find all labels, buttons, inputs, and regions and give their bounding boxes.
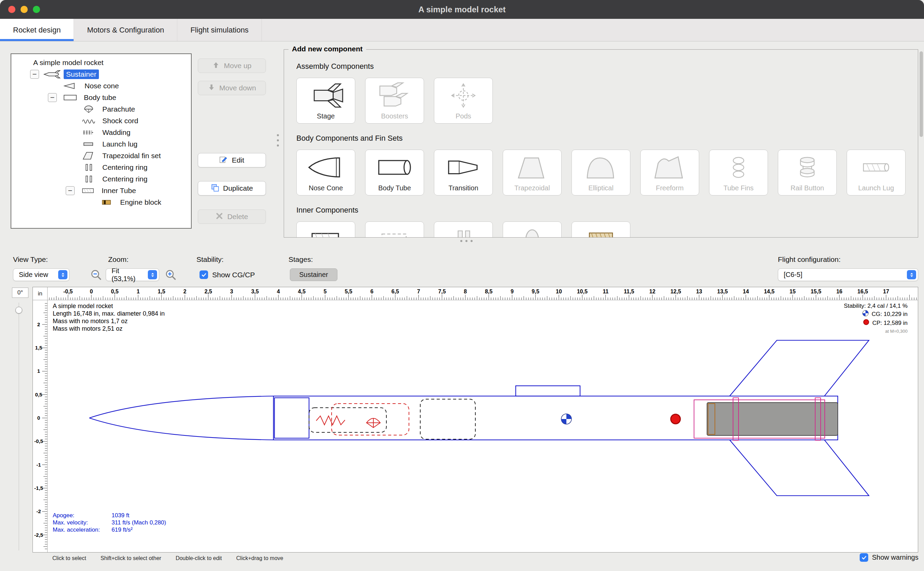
- bulkhead-icon: [503, 225, 561, 238]
- flight-stat-row: Apogee:1039 ft: [53, 512, 166, 519]
- view-type-select[interactable]: Side view: [13, 269, 69, 281]
- tree-item-label: Trapezoidal fin set: [100, 151, 163, 160]
- component-tree: A simple model rocket−SustainerNose cone…: [11, 53, 192, 229]
- nose_cone-icon: [297, 153, 355, 182]
- show-cgcp-checkbox[interactable]: Show CG/CP: [200, 270, 255, 279]
- pods-icon: [434, 81, 493, 110]
- tree-item-centering-ring[interactable]: Centering ring: [11, 162, 191, 173]
- svg-text:1: 1: [37, 368, 40, 374]
- free_fin-icon: [641, 153, 699, 182]
- tree-item-sustainer[interactable]: −Sustainer: [11, 68, 191, 80]
- hint-text: Shift+click to select other: [101, 555, 161, 562]
- svg-text:10: 10: [556, 289, 562, 295]
- magnifier-plus-icon: [165, 269, 177, 281]
- zoom-in-button[interactable]: [165, 269, 177, 281]
- tab-flight-simulations[interactable]: Flight simulations: [177, 19, 262, 41]
- flight-stat-row: Max. velocity:311 ft/s (Mach 0,280): [53, 519, 166, 526]
- card-label: Elliptical: [572, 184, 630, 192]
- svg-text:8: 8: [464, 289, 467, 295]
- show-warnings-checkbox[interactable]: Show warnings: [860, 553, 918, 562]
- tree-item-shock-cord[interactable]: Shock cord: [11, 115, 191, 127]
- card-label: Tube Fins: [710, 184, 768, 192]
- duplicate-icon: [211, 184, 219, 193]
- tab-rocket-design[interactable]: Rocket design: [0, 19, 74, 41]
- tube_fins-icon: [710, 153, 768, 182]
- stage-icon: [297, 81, 355, 110]
- add-engine-block-button[interactable]: [571, 221, 630, 238]
- tree-item-centering-ring[interactable]: Centering ring: [11, 173, 191, 185]
- rocket-info-line: A simple model rocket: [53, 302, 165, 310]
- rotation-slider-knob[interactable]: [15, 307, 22, 313]
- add-body-tube-button[interactable]: Body Tube: [365, 150, 424, 196]
- coupler-icon: [365, 225, 424, 238]
- card-label: Nose Cone: [297, 184, 355, 192]
- svg-text:5,5: 5,5: [345, 289, 352, 295]
- rotation-slider-track: [18, 302, 19, 551]
- svg-text:6,5: 6,5: [391, 289, 399, 295]
- add-inner-tube-button[interactable]: [296, 221, 355, 238]
- centering-icon: [434, 225, 493, 238]
- tree-item-body-tube[interactable]: −Body tube: [11, 92, 191, 103]
- duplicate-button[interactable]: Duplicate: [198, 181, 266, 196]
- launch_lug-icon: [847, 153, 905, 182]
- hint-text: Click+drag to move: [236, 555, 283, 562]
- svg-text:-0,5: -0,5: [63, 289, 73, 295]
- tree-item-inner-tube[interactable]: −Inner Tube: [11, 185, 191, 196]
- svg-text:4: 4: [277, 289, 280, 295]
- add-nose-cone-button[interactable]: Nose Cone: [296, 150, 355, 196]
- collapse-toggle-icon[interactable]: −: [66, 186, 75, 195]
- tree-item-label: Engine block: [118, 198, 163, 207]
- tree-item-engine-block[interactable]: Engine block: [11, 196, 191, 208]
- svg-text:6: 6: [370, 289, 373, 295]
- rocket-view-canvas[interactable]: -0,500,511,522,533,544,555,566,577,588,5…: [32, 287, 918, 552]
- collapse-toggle-icon[interactable]: −: [48, 93, 57, 102]
- svg-text:9,5: 9,5: [532, 289, 539, 295]
- horizontal-splitter-handle[interactable]: [460, 240, 473, 242]
- tab-motors-configuration[interactable]: Motors & Configuration: [74, 19, 177, 41]
- section-heading-body-components-and-fin-sets: Body Components and Fin Sets: [296, 134, 906, 143]
- wadding-outline: [420, 399, 475, 439]
- minimize-window-button[interactable]: [20, 6, 28, 13]
- tree-item-label: Centering ring: [100, 174, 150, 184]
- tree-item-parachute[interactable]: Parachute: [11, 103, 191, 115]
- card-label: Body Tube: [365, 184, 424, 192]
- close-window-button[interactable]: [8, 6, 15, 13]
- add-transition-button[interactable]: Transition: [434, 150, 493, 196]
- flight-configuration-select[interactable]: [C6-5]: [778, 269, 918, 281]
- stage-toggle-sustainer[interactable]: Sustainer: [290, 269, 337, 281]
- tree-item-label: Wadding: [100, 128, 133, 137]
- tree-item-nose-cone[interactable]: Nose cone: [11, 80, 191, 92]
- svg-text:-1,5: -1,5: [34, 485, 43, 491]
- section-heading-inner-components: Inner Components: [296, 206, 906, 215]
- edit-button[interactable]: Edit: [198, 153, 266, 167]
- card-label: Launch Lug: [847, 184, 905, 192]
- svg-text:15: 15: [790, 289, 796, 295]
- vertical-splitter-handle[interactable]: [277, 134, 279, 147]
- add-pods-button: Pods: [434, 78, 493, 123]
- tree-item-launch-lug[interactable]: Launch lug: [11, 138, 191, 150]
- innertube-icon: [79, 185, 97, 196]
- svg-text:11: 11: [603, 289, 608, 295]
- window-controls: [8, 6, 40, 13]
- zoom-window-button[interactable]: [33, 6, 40, 13]
- magnifier-minus-icon: [90, 269, 102, 281]
- add-stage-button[interactable]: Stage: [296, 78, 355, 123]
- title-bar: A simple model rocket: [0, 0, 924, 19]
- card-label: Trapezoidal: [503, 184, 561, 192]
- rocket-icon: [43, 69, 62, 79]
- tree-item-wadding[interactable]: Wadding: [11, 127, 191, 138]
- stability-info-block: Stability: 2,4 cal / 14,1 % CG: 10,229 i…: [844, 302, 907, 335]
- tree-item-a-simple-model-rocket[interactable]: A simple model rocket: [11, 57, 191, 68]
- zoom-select[interactable]: Fit (53,1%): [106, 269, 159, 281]
- fin-icon: [79, 151, 98, 161]
- tree-item-trapezoidal-fin-set[interactable]: Trapezoidal fin set: [11, 150, 191, 162]
- tree-item-label: Shock cord: [100, 116, 141, 126]
- collapse-toggle-icon[interactable]: −: [30, 70, 39, 79]
- zoom-out-button[interactable]: [90, 269, 102, 281]
- cg-value: CG: 10,229 in: [872, 310, 907, 318]
- cp-marker: [671, 414, 680, 424]
- svg-text:8,5: 8,5: [485, 289, 493, 295]
- scrollbar-thumb[interactable]: [919, 51, 923, 137]
- card-label: Pods: [434, 112, 493, 120]
- motor: [707, 403, 838, 435]
